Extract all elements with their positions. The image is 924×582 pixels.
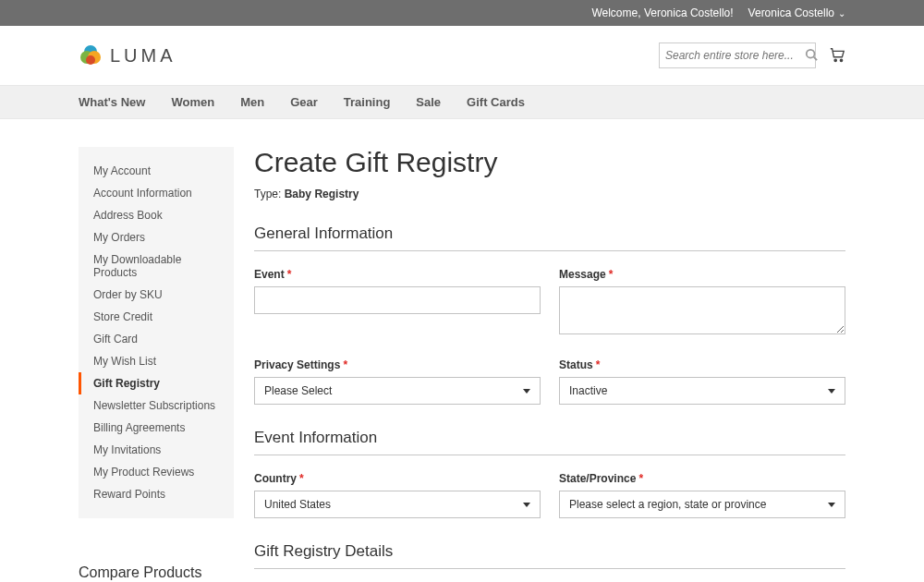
- top-bar: Welcome, Veronica Costello! Veronica Cos…: [0, 0, 924, 26]
- page-title: Create Gift Registry: [254, 147, 845, 178]
- event-input[interactable]: [254, 286, 541, 314]
- privacy-select[interactable]: Please Select: [254, 377, 541, 405]
- nav-sale[interactable]: Sale: [416, 95, 441, 109]
- user-name: Veronica Costello: [748, 6, 834, 19]
- privacy-label: Privacy Settings*: [254, 358, 541, 371]
- svg-point-6: [834, 59, 836, 61]
- cart-icon[interactable]: [829, 46, 845, 66]
- sidebar-item-reward-points[interactable]: Reward Points: [79, 483, 234, 505]
- account-nav: My Account Account Information Address B…: [79, 147, 234, 518]
- user-menu-toggle[interactable]: Veronica Costello ⌄: [748, 6, 845, 19]
- sidebar-item-downloadable[interactable]: My Downloadable Products: [79, 249, 234, 284]
- search-input[interactable]: [665, 49, 805, 62]
- status-label: Status*: [559, 358, 845, 371]
- logo-icon: [79, 43, 103, 67]
- welcome-text: Welcome, Veronica Costello!: [591, 6, 733, 19]
- header: LUMA: [0, 26, 924, 85]
- nav-gear[interactable]: Gear: [290, 95, 318, 109]
- search-box[interactable]: [659, 42, 816, 68]
- status-select[interactable]: Inactive: [559, 377, 845, 405]
- sidebar-item-address-book[interactable]: Address Book: [79, 204, 234, 226]
- section-details-title: Gift Registry Details: [254, 542, 845, 569]
- sidebar-item-gift-registry[interactable]: Gift Registry: [79, 372, 234, 394]
- sidebar-item-my-account[interactable]: My Account: [79, 160, 234, 182]
- sidebar-item-newsletter[interactable]: Newsletter Subscriptions: [79, 394, 234, 417]
- nav-men[interactable]: Men: [240, 95, 264, 109]
- sidebar-item-account-info[interactable]: Account Information: [79, 182, 234, 204]
- logo-text: LUMA: [110, 45, 176, 67]
- main: Create Gift Registry Type: Baby Registry…: [254, 147, 845, 582]
- sidebar-item-gift-card[interactable]: Gift Card: [79, 328, 234, 350]
- state-select[interactable]: Please select a region, state or provinc…: [559, 491, 845, 518]
- main-nav: What's New Women Men Gear Training Sale …: [0, 85, 924, 119]
- svg-point-4: [807, 49, 815, 57]
- sidebar: My Account Account Information Address B…: [79, 147, 234, 582]
- sidebar-item-reviews[interactable]: My Product Reviews: [79, 461, 234, 483]
- compare-title: Compare Products: [79, 564, 234, 581]
- sidebar-item-order-by-sku[interactable]: Order by SKU: [79, 284, 234, 306]
- svg-point-3: [86, 55, 95, 65]
- country-select[interactable]: United States: [254, 491, 541, 518]
- svg-line-5: [814, 56, 818, 60]
- sidebar-item-my-orders[interactable]: My Orders: [79, 226, 234, 249]
- sidebar-item-billing[interactable]: Billing Agreements: [79, 417, 234, 439]
- search-icon[interactable]: [805, 48, 818, 64]
- nav-training[interactable]: Training: [344, 95, 391, 109]
- event-label: Event*: [254, 268, 541, 281]
- logo[interactable]: LUMA: [79, 43, 176, 67]
- compare-block: Compare Products You have no items to co…: [79, 564, 234, 582]
- sidebar-item-wish-list[interactable]: My Wish List: [79, 350, 234, 372]
- registry-type: Type: Baby Registry: [254, 188, 845, 200]
- country-label: Country*: [254, 472, 541, 485]
- nav-whats-new[interactable]: What's New: [79, 95, 145, 109]
- svg-point-7: [840, 59, 842, 61]
- chevron-down-icon: ⌄: [838, 8, 845, 18]
- sidebar-item-invitations[interactable]: My Invitations: [79, 439, 234, 461]
- message-input[interactable]: [559, 286, 845, 334]
- nav-women[interactable]: Women: [171, 95, 214, 109]
- state-label: State/Province*: [559, 472, 845, 485]
- sidebar-item-store-credit[interactable]: Store Credit: [79, 306, 234, 328]
- section-general-title: General Information: [254, 224, 845, 251]
- section-event-title: Event Information: [254, 429, 845, 455]
- nav-gift-cards[interactable]: Gift Cards: [467, 95, 525, 109]
- message-label: Message*: [559, 268, 845, 281]
